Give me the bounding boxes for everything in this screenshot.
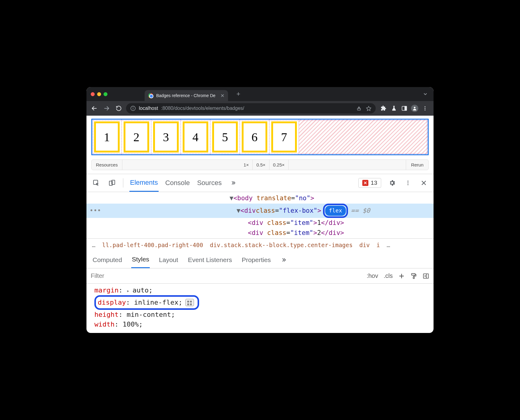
ellipsis-icon[interactable]: ••• [86, 206, 101, 216]
fullscreen-window-icon[interactable] [104, 92, 107, 96]
bookmark-icon[interactable] [366, 106, 371, 111]
crumb-item-2[interactable]: div.stack.stack--block.type.center-image… [210, 242, 353, 248]
flex-items-region: 1 2 3 4 5 6 7 [92, 120, 299, 154]
hov-toggle[interactable]: :hov [367, 272, 378, 279]
site-info-icon[interactable] [130, 106, 136, 111]
close-devtools-icon[interactable] [419, 178, 429, 188]
flex-badge-highlight: flex [323, 204, 348, 218]
settings-icon[interactable] [387, 178, 397, 188]
extensions-icon[interactable] [379, 104, 388, 113]
svg-rect-27 [423, 274, 429, 278]
css-rules-pane[interactable]: margin: ▸ auto; display: inline-flex; he… [86, 284, 434, 333]
svg-point-19 [407, 183, 408, 184]
dom-node-flex-box[interactable]: ••• ▼<div class="flex-box"> flex == $0 [86, 204, 434, 218]
rerun-button[interactable]: Rerun [406, 160, 428, 170]
svg-rect-25 [412, 273, 415, 275]
flex-item-6: 6 [242, 121, 267, 152]
zoom-025x[interactable]: 0.25× [269, 160, 289, 170]
labs-icon[interactable] [390, 104, 398, 113]
error-count-badge[interactable]: ✕ 13 [358, 178, 381, 188]
flex-item-5: 5 [212, 121, 238, 152]
computed-panel-icon[interactable] [423, 273, 429, 279]
dom-tree[interactable]: ▼<body translate="no"> ••• ▼<div class="… [86, 192, 434, 238]
tabs-dropdown-icon[interactable] [423, 91, 431, 97]
flexbox-editor-icon[interactable] [185, 299, 194, 306]
cls-toggle[interactable]: .cls [384, 272, 393, 279]
zoom-05x[interactable]: 0.5× [253, 160, 269, 170]
subtab-layout[interactable]: Layout [158, 252, 179, 268]
svg-point-14 [425, 110, 426, 110]
flex-item-1: 1 [94, 121, 120, 152]
device-toolbar-icon[interactable] [107, 178, 117, 188]
crumb-item-4[interactable]: i [377, 242, 380, 248]
side-panel-icon[interactable] [400, 104, 409, 113]
css-rule-width[interactable]: width: 100%; [94, 320, 428, 329]
svg-rect-26 [413, 277, 414, 278]
new-style-rule-icon[interactable] [398, 273, 405, 279]
subtab-computed[interactable]: Computed [92, 252, 123, 268]
styles-filter-input[interactable] [91, 272, 362, 279]
tab-elements[interactable]: Elements [129, 174, 159, 192]
flex-item-2: 2 [124, 121, 149, 152]
css-rule-display-highlight: display: inline-flex; [94, 295, 428, 310]
toolbar-icons [378, 104, 430, 113]
profile-avatar[interactable] [410, 104, 419, 113]
crumb-item-3[interactable]: div [359, 242, 370, 248]
new-tab-button[interactable]: + [234, 89, 244, 99]
svg-point-4 [133, 107, 133, 107]
minimize-window-icon[interactable] [97, 92, 101, 96]
inspect-element-icon[interactable] [91, 178, 101, 188]
omnibox[interactable]: localhost:8080/docs/devtools/elements/ba… [126, 103, 376, 114]
crumb-item-1[interactable]: ll.pad-left-400.pad-right-400 [102, 242, 203, 248]
dom-breadcrumb[interactable]: … ll.pad-left-400.pad-right-400 div.stac… [86, 238, 434, 251]
styles-filter-row: :hov .cls [86, 268, 434, 284]
tab-strip: Badges reference - Chrome De ✕ + [86, 87, 434, 101]
reload-button[interactable] [114, 103, 124, 113]
crumb-ellipsis-right[interactable]: … [387, 242, 390, 248]
flex-badge[interactable]: flex [325, 206, 346, 216]
subtab-event-listeners[interactable]: Event Listeners [187, 252, 233, 268]
chrome-menu-icon[interactable] [421, 104, 429, 113]
subtab-styles[interactable]: Styles [131, 251, 150, 268]
svg-rect-10 [405, 107, 407, 110]
dom-node-item-1[interactable]: <div class="item">1</div> [86, 218, 434, 228]
error-count: 13 [371, 180, 377, 186]
back-button[interactable] [90, 103, 99, 113]
browser-tab[interactable]: Badges reference - Chrome De ✕ [145, 90, 228, 101]
devtools-menu-icon[interactable] [403, 178, 413, 188]
chrome-favicon-icon [148, 93, 153, 98]
svg-point-12 [425, 107, 426, 107]
devtools-toolbar: Elements Console Sources ✕ 13 [86, 174, 434, 192]
paint-format-icon[interactable] [410, 273, 417, 279]
crumb-ellipsis-left[interactable]: … [92, 242, 95, 248]
dollar-zero-marker: == $0 [351, 206, 370, 216]
url-host: localhost [139, 106, 158, 111]
flex-overlay-container: 1 2 3 4 5 6 7 [91, 119, 429, 155]
dom-node-body[interactable]: ▼<body translate="no"> [86, 193, 434, 204]
share-icon[interactable] [356, 106, 362, 111]
tab-sources[interactable]: Sources [196, 175, 222, 191]
more-tabs-icon[interactable] [228, 178, 238, 188]
svg-point-11 [414, 107, 415, 108]
forward-button[interactable] [102, 103, 111, 113]
tab-console[interactable]: Console [165, 175, 191, 191]
dom-node-item-2[interactable]: <div class="item">2</div> [86, 228, 434, 238]
close-tab-icon[interactable]: ✕ [220, 93, 224, 99]
zoom-1x[interactable]: 1× [240, 160, 253, 170]
svg-marker-7 [367, 107, 371, 111]
css-rule-height[interactable]: height: min-content; [94, 310, 428, 320]
flex-item-3: 3 [153, 121, 179, 152]
flex-item-7: 7 [271, 121, 297, 152]
browser-window: Badges reference - Chrome De ✕ + localho… [86, 87, 434, 333]
flex-item-4: 4 [183, 121, 208, 152]
zoom-controls: 1× 0.5× 0.25× [240, 160, 289, 170]
subtab-properties[interactable]: Properties [241, 252, 272, 268]
error-icon: ✕ [362, 180, 368, 186]
resources-button[interactable]: Resources [92, 160, 122, 170]
expand-margin-icon[interactable]: ▸ [127, 288, 132, 294]
css-rule-margin[interactable]: margin: ▸ auto; [94, 285, 428, 295]
address-bar: localhost:8080/docs/devtools/elements/ba… [86, 101, 434, 116]
subtab-more-icon[interactable] [280, 253, 287, 267]
svg-point-18 [407, 181, 408, 182]
close-window-icon[interactable] [91, 92, 95, 96]
